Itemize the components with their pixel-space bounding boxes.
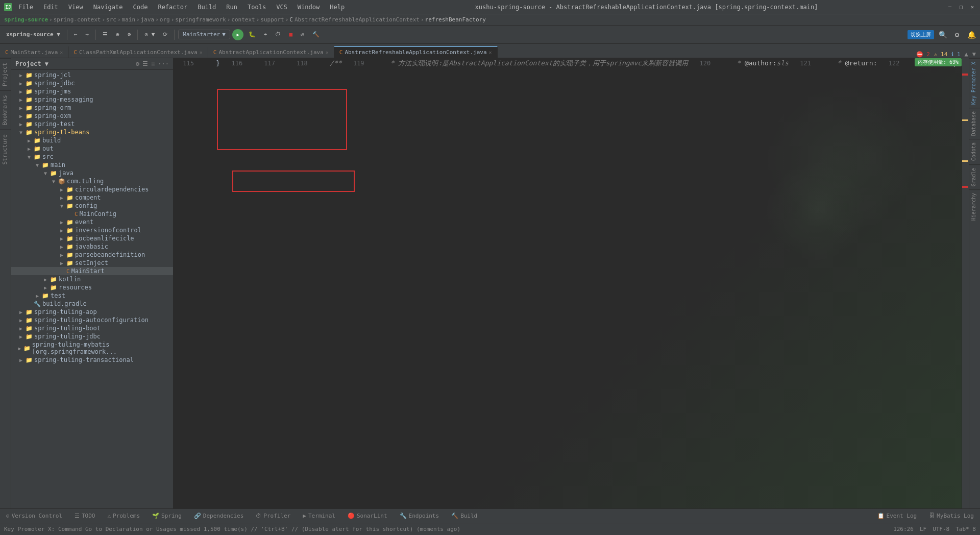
tree-mainstart[interactable]: C MainStart	[11, 267, 173, 275]
menu-navigate[interactable]: Navigate	[91, 3, 125, 12]
menu-refactor[interactable]: Refactor	[156, 3, 189, 12]
minimize-button[interactable]: ─	[946, 4, 953, 11]
bottom-tab-endpoints[interactable]: 🔧 Endpoints	[394, 510, 446, 521]
close-button[interactable]: ✕	[969, 4, 976, 11]
menu-vcs[interactable]: VCS	[274, 3, 289, 12]
toolbar-navigate-btn[interactable]: ⊕	[113, 30, 122, 39]
toolbar-vcs-update-btn[interactable]: ⟳	[160, 30, 170, 39]
tree-spring-jcl[interactable]: ▶ 📁 spring-jcl	[11, 71, 173, 79]
breadcrumb-item[interactable]: support	[260, 16, 284, 23]
menu-file[interactable]: File	[16, 3, 35, 12]
toolbar-forward-btn[interactable]: →	[83, 30, 92, 39]
tree-event[interactable]: ▶ 📁 event	[11, 218, 173, 226]
tree-circulardeps[interactable]: ▶ 📁 circulardependencies	[11, 185, 173, 193]
bottom-tab-eventlog[interactable]: 📋 Event Log	[871, 510, 923, 521]
maximize-button[interactable]: □	[958, 4, 965, 11]
tree-java[interactable]: ▼ 📁 java	[11, 169, 173, 177]
tree-spring-test[interactable]: ▶ 📁 spring-test	[11, 120, 173, 128]
search-btn[interactable]: 🔍	[937, 29, 948, 40]
tree-mainconfig[interactable]: C MainConfig	[11, 210, 173, 218]
left-panel-bookmarks[interactable]: Bookmarks	[0, 90, 11, 130]
coverage-button[interactable]: ☂	[261, 30, 271, 39]
breadcrumb-item[interactable]: src	[106, 16, 116, 23]
right-panel-keypromoter[interactable]: Key Promoter X	[969, 58, 980, 108]
debug-button[interactable]: 🐛	[246, 30, 259, 39]
scroll-down[interactable]: ▼	[972, 51, 976, 58]
bottom-tab-profiler[interactable]: ⏱ Profiler	[250, 510, 297, 521]
menu-code[interactable]: Code	[131, 3, 150, 12]
sidebar-icon-gear[interactable]: ≡	[151, 60, 155, 67]
bottom-tab-spring[interactable]: 🌱 Spring	[146, 510, 188, 521]
tab-mainstart[interactable]: C MainStart.java ✕	[0, 46, 68, 58]
menu-build[interactable]: Build	[195, 3, 218, 12]
tab-classpathxml[interactable]: C ClassPathXmlApplicationContext.java ✕	[68, 46, 208, 58]
tree-parsebeandefinition[interactable]: ▶ 📁 parsebeandefinition	[11, 251, 173, 259]
toolbar-vcs-btn[interactable]: ⊙ ▼	[141, 30, 158, 39]
left-panel-structure[interactable]: Structure	[0, 130, 11, 169]
tree-kotlin[interactable]: ▶ 📁 kotlin	[11, 275, 173, 283]
tab-abstractrefreshable[interactable]: C AbstractRefreshableApplicationContext.…	[334, 46, 498, 58]
menu-tools[interactable]: Tools	[246, 3, 268, 12]
refresh-btn[interactable]: ↺	[298, 30, 307, 39]
tab-close[interactable]: ✕	[489, 50, 492, 55]
breadcrumb-item[interactable]: C AbstractRefreshableApplicationContext	[289, 16, 420, 23]
toolbar-structure-btn[interactable]: ☰	[100, 30, 111, 39]
tree-test[interactable]: ▶ 📁 test	[11, 291, 173, 300]
stop-button[interactable]: ■	[286, 30, 296, 39]
tree-iocbeanlife[interactable]: ▶ 📁 iocbeanlifecicle	[11, 234, 173, 242]
tree-spring-tl-beans[interactable]: ▼ 📁 spring-tl-beans	[11, 128, 173, 136]
tree-comtuling[interactable]: ▼ 📦 com.tuling	[11, 177, 173, 185]
left-panel-project[interactable]: Project	[0, 58, 11, 90]
tree-resources[interactable]: ▶ 📁 resources	[11, 283, 173, 291]
right-panel-gradle[interactable]: Gradle	[969, 164, 980, 189]
project-panel-btn[interactable]: xspring-source ▼	[3, 30, 63, 39]
tab-abstractapp[interactable]: C AbstractApplicationContext.java ✕	[208, 46, 334, 58]
sidebar-icon-gear2[interactable]: ···	[158, 60, 169, 67]
tab-close[interactable]: ✕	[60, 50, 63, 55]
tree-spring-messaging[interactable]: ▶ 📁 spring-messaging	[11, 95, 173, 104]
tree-buildgradle[interactable]: 🔧 build.gradle	[11, 300, 173, 308]
toolbar-settings-btn[interactable]: ⚙	[125, 30, 134, 39]
tree-javabasic[interactable]: ▶ 📁 javabasic	[11, 242, 173, 251]
breadcrumb-item[interactable]: springframework	[175, 16, 226, 23]
menu-view[interactable]: View	[66, 3, 85, 12]
right-panel-hierarchy[interactable]: Hierarchy	[969, 189, 980, 224]
sidebar-icon-settings[interactable]: ⚙	[136, 60, 139, 67]
tree-config[interactable]: ▼ 📁 config	[11, 202, 173, 210]
tree-inversionofcontrol[interactable]: ▶ 📁 inversionofcontrol	[11, 226, 173, 234]
menu-edit[interactable]: Edit	[41, 3, 60, 12]
bottom-tab-problems[interactable]: ⚠ Problems	[101, 510, 146, 521]
tree-spring-transactional[interactable]: ▶ 📁 spring-tuling-transactional	[11, 356, 173, 364]
tree-out[interactable]: ▶ 📁 out	[11, 144, 173, 153]
tree-spring-mybatis[interactable]: ▶ 📁 spring-tuling-mybatis [org.springfra…	[11, 341, 173, 356]
scroll-up[interactable]: ▲	[965, 51, 968, 58]
run-configuration-selector[interactable]: MainStarter ▼	[178, 30, 230, 39]
breadcrumb-item[interactable]: spring-source	[4, 16, 48, 23]
tree-spring-aop[interactable]: ▶ 📁 spring-tuling-aop	[11, 308, 173, 316]
tree-main[interactable]: ▼ 📁 main	[11, 161, 173, 169]
tree-spring-jdbc2[interactable]: ▶ 📁 spring-tuling-jdbc	[11, 332, 173, 341]
bottom-tab-terminal[interactable]: ▶ Terminal	[297, 510, 341, 521]
bottom-tab-mybatis[interactable]: 🗄 MyBatis Log	[923, 510, 980, 521]
bottom-tab-sonar[interactable]: 🔴 SonarLint	[341, 510, 394, 521]
bottom-tab-build[interactable]: 🔨 Build	[445, 510, 483, 521]
breadcrumb-item[interactable]: main	[122, 16, 136, 23]
toolbar-back-btn[interactable]: ←	[71, 30, 81, 39]
window-controls[interactable]: ─ □ ✕	[946, 4, 976, 11]
menu-window[interactable]: Window	[296, 3, 322, 12]
right-panel-database[interactable]: Database	[969, 108, 980, 139]
breadcrumb-item[interactable]: java	[141, 16, 155, 23]
settings-btn[interactable]: ⚙	[951, 29, 963, 40]
breadcrumb-item[interactable]: spring-context	[54, 16, 101, 23]
editor-scrollbar[interactable]	[962, 58, 969, 508]
right-panel-codota[interactable]: Codota	[969, 139, 980, 164]
menu-run[interactable]: Run	[224, 3, 239, 12]
profile-button[interactable]: ⏱	[272, 30, 284, 39]
build-btn[interactable]: 🔨	[309, 30, 323, 39]
tab-close[interactable]: ✕	[326, 50, 329, 55]
notifications-btn[interactable]: 🔔	[966, 29, 977, 40]
tab-close[interactable]: ✕	[200, 50, 203, 55]
tree-spring-boot[interactable]: ▶ 📁 spring-tuling-boot	[11, 324, 173, 332]
tree-spring-jms[interactable]: ▶ 📁 spring-jms	[11, 87, 173, 95]
menu-help[interactable]: Help	[328, 3, 347, 12]
